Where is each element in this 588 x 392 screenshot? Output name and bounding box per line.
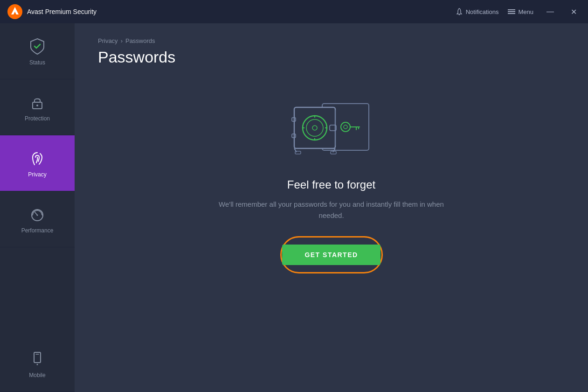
mobile-icon <box>28 350 47 368</box>
speedometer-icon <box>28 205 47 224</box>
sidebar-item-mobile[interactable]: Mobile <box>0 336 75 392</box>
avast-logo <box>7 4 22 19</box>
lock-icon <box>28 93 47 112</box>
fingerprint-icon <box>28 149 47 168</box>
svg-point-8 <box>37 214 38 216</box>
illustration-area: Feel free to forget We'll remember all y… <box>210 90 453 265</box>
hero-desc: We'll remember all your passwords for yo… <box>210 199 453 221</box>
sidebar-item-status[interactable]: Status <box>0 23 75 79</box>
menu-button[interactable]: Menu <box>508 8 533 15</box>
breadcrumb-separator: › <box>121 37 123 44</box>
svg-point-28 <box>341 122 350 132</box>
titlebar-actions: Notifications Menu — ✕ <box>456 6 581 18</box>
page-title: Passwords <box>98 48 175 66</box>
notifications-label: Notifications <box>466 8 499 15</box>
sidebar-privacy-label: Privacy <box>28 171 46 178</box>
breadcrumb-current: Passwords <box>125 37 155 44</box>
notifications-button[interactable]: Notifications <box>456 8 499 15</box>
menu-icon <box>508 9 515 14</box>
svg-rect-16 <box>294 107 335 148</box>
app-title: Avast Premium Security <box>27 8 456 15</box>
close-button[interactable]: ✕ <box>567 6 581 18</box>
sidebar-item-protection[interactable]: Protection <box>0 79 75 135</box>
cta-wrapper: GET STARTED <box>282 245 380 265</box>
svg-point-13 <box>37 364 38 365</box>
content-area: Privacy › Passwords Passwords <box>75 23 588 392</box>
hero-title: Feel free to forget <box>287 178 375 191</box>
menu-label: Menu <box>518 8 533 15</box>
title-bar: Avast Premium Security Notifications Men… <box>0 0 588 23</box>
sidebar-protection-label: Protection <box>25 115 50 122</box>
sidebar-item-performance[interactable]: Performance <box>0 191 75 247</box>
main-layout: Status Protection Privacy <box>0 23 588 392</box>
breadcrumb-parent: Privacy <box>98 37 118 44</box>
safe-illustration <box>280 90 383 164</box>
content-header: Privacy › Passwords Passwords <box>98 37 175 66</box>
sidebar-item-privacy[interactable]: Privacy <box>0 135 75 191</box>
svg-point-5 <box>36 105 38 106</box>
get-started-button[interactable]: GET STARTED <box>282 245 380 265</box>
sidebar-mobile-label: Mobile <box>29 372 45 378</box>
svg-point-29 <box>344 125 347 129</box>
shield-check-icon <box>28 37 47 56</box>
sidebar-performance-label: Performance <box>21 227 54 234</box>
minimize-button[interactable]: — <box>543 6 558 18</box>
sidebar-status-label: Status <box>29 59 45 66</box>
bell-icon <box>456 8 463 15</box>
breadcrumb: Privacy › Passwords <box>98 37 175 44</box>
sidebar: Status Protection Privacy <box>0 23 75 392</box>
